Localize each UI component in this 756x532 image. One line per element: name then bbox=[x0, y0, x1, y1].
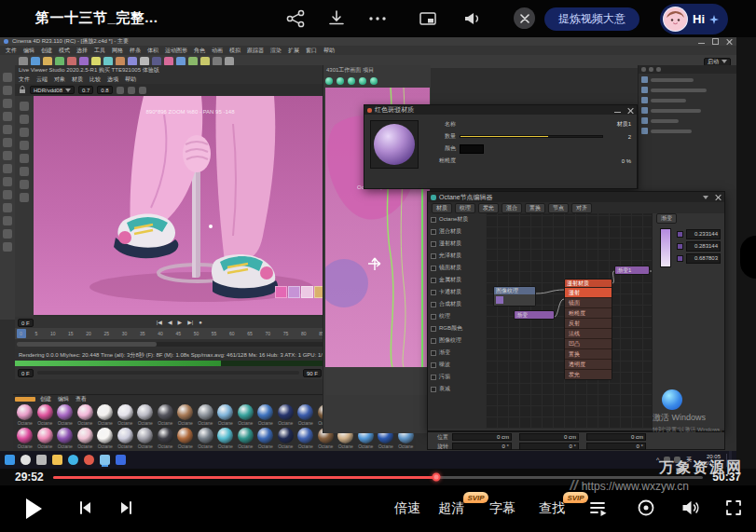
material-name: Octane bbox=[278, 420, 293, 426]
material-swatch: Octane bbox=[116, 404, 136, 426]
record-screen-icon[interactable] bbox=[636, 498, 656, 518]
material-sphere bbox=[37, 404, 53, 420]
materials-menu-item: 创建 bbox=[40, 395, 51, 403]
pip-icon[interactable] bbox=[417, 8, 439, 29]
checkbox bbox=[431, 278, 436, 283]
material-swatch: Octane bbox=[296, 428, 316, 449]
render-viewport: 890*896 ZOOM %80 - PAN 95 -148 bbox=[34, 96, 347, 315]
start-icon bbox=[5, 455, 15, 465]
c4d-application-frame: Cinema 4D R23.110 (RC) - [播放2.c4d *] - 主… bbox=[0, 37, 736, 469]
sparkle-icon bbox=[709, 15, 719, 24]
material-sphere bbox=[117, 404, 133, 420]
user-pill[interactable]: Hi bbox=[660, 4, 728, 34]
volume-icon[interactable] bbox=[680, 498, 700, 518]
material-sphere bbox=[17, 404, 33, 420]
material-sphere bbox=[297, 404, 313, 420]
lv-tool-icon bbox=[139, 87, 146, 94]
c4d-menu-item: 渲染 bbox=[270, 47, 282, 55]
video-surface[interactable]: Cinema 4D R23.110 (RC) - [播放2.c4d *] - 主… bbox=[0, 37, 756, 469]
seek-bar[interactable] bbox=[53, 476, 704, 479]
window-close-icon bbox=[726, 38, 733, 45]
player-topbar: 第一十三节_完整... 提炼视频大意 Hi bbox=[0, 0, 756, 37]
lv-tool-icon bbox=[117, 87, 124, 94]
live-viewer-title: Live Viewer Studio 2020.2.5-R1 购买 TTE921… bbox=[15, 65, 347, 75]
side-panel-handle[interactable] bbox=[740, 236, 756, 279]
node-list-label: RGB颜色 bbox=[439, 324, 462, 333]
value-field: 0.687803 bbox=[686, 253, 721, 264]
browser-logo-icon bbox=[662, 389, 682, 410]
material-property-row: 粗糙度0 % bbox=[424, 155, 631, 167]
node-list-item: 合成材质 bbox=[428, 298, 486, 310]
progress-knob[interactable] bbox=[433, 473, 441, 482]
palette-swatch bbox=[301, 286, 313, 298]
material-swatch: Octane bbox=[135, 404, 156, 426]
close-button[interactable] bbox=[514, 7, 535, 29]
object-label-bar bbox=[651, 78, 694, 82]
material-preview bbox=[370, 120, 419, 169]
avatar[interactable] bbox=[664, 7, 687, 31]
fullscreen-icon[interactable] bbox=[723, 498, 744, 518]
c4d-side-tool-icon bbox=[3, 73, 12, 82]
node-editor-tool: 置换 bbox=[525, 203, 545, 213]
timeline-scrollbar bbox=[15, 339, 347, 349]
playlist-icon[interactable] bbox=[587, 498, 608, 518]
node-gradient-2: 渐变1 bbox=[614, 266, 650, 275]
ruler-tick: 70 bbox=[266, 331, 271, 336]
checkbox bbox=[431, 375, 436, 380]
previous-button[interactable] bbox=[75, 498, 95, 518]
material-swatch: Octane bbox=[76, 428, 96, 449]
download-icon[interactable] bbox=[325, 8, 348, 29]
node-list-label: 镜面材质 bbox=[439, 264, 461, 272]
material-name: Octane bbox=[258, 420, 273, 426]
material-swatch: Octane bbox=[116, 428, 136, 449]
material-name: Octane bbox=[117, 420, 132, 426]
close-icon bbox=[520, 14, 529, 23]
transport-button: ◀ bbox=[168, 318, 172, 327]
coord-label: 旋转 bbox=[428, 443, 452, 451]
c4d-menu-item: 样条 bbox=[130, 47, 141, 55]
object-row bbox=[639, 75, 736, 85]
material-sphere bbox=[238, 404, 254, 420]
checkbox bbox=[431, 266, 436, 271]
lv-menu-item: 帮助 bbox=[125, 75, 136, 84]
node-editor-tool: 对齐 bbox=[571, 203, 592, 213]
quality-button[interactable]: 超清 bbox=[438, 498, 464, 517]
subtitle-button[interactable]: 字幕 bbox=[489, 498, 515, 517]
transport-button: |◀ bbox=[157, 318, 162, 327]
property-label: 颜色 bbox=[424, 144, 456, 153]
play-button[interactable] bbox=[26, 498, 42, 519]
material-sphere bbox=[217, 428, 233, 443]
octane-tool-icon bbox=[348, 77, 355, 85]
c4d-side-tool-icon bbox=[3, 242, 12, 252]
ruler-tick: 80 bbox=[301, 331, 307, 336]
activate-windows-watermark: 激活 Windows 转到"设置"以激活 Windows。 bbox=[653, 412, 725, 434]
ruler-tick: 25 bbox=[104, 331, 110, 336]
live-viewer-window: Live Viewer Studio 2020.2.5-R1 购买 TTE921… bbox=[15, 65, 347, 317]
megaphone-icon[interactable] bbox=[460, 8, 483, 29]
node-list-item: 镜面材质 bbox=[428, 262, 486, 274]
object-icon bbox=[641, 117, 648, 124]
next-button[interactable] bbox=[117, 498, 137, 518]
avatar-ring bbox=[663, 7, 688, 32]
node-list-label: 漫射材质 bbox=[439, 239, 461, 248]
summarize-button[interactable]: 提炼视频大意 bbox=[544, 7, 639, 31]
progress-fill bbox=[53, 476, 437, 479]
material-name: Octane bbox=[37, 420, 52, 426]
speed-button[interactable]: 倍速 bbox=[394, 498, 420, 517]
material-sphere bbox=[17, 428, 33, 443]
material-icon bbox=[367, 108, 372, 113]
share-icon[interactable] bbox=[284, 8, 307, 29]
total-duration: 50:37 bbox=[712, 471, 741, 484]
node-gradient: 渐变 bbox=[514, 310, 555, 320]
ruler-tick: 0 bbox=[20, 331, 22, 336]
node-list-item: 卡通材质 bbox=[428, 286, 486, 298]
material-swatch: Octane bbox=[255, 428, 276, 449]
lv-menu-item: 对象 bbox=[54, 75, 65, 84]
more-icon[interactable] bbox=[366, 8, 389, 29]
window-maximize-icon bbox=[712, 38, 719, 45]
value-field: 0 cm bbox=[519, 433, 579, 441]
search-in-video-button[interactable]: 查找 bbox=[539, 498, 565, 517]
material-swatch: Octane bbox=[35, 404, 56, 426]
hdr-select: HDR/vdd08 bbox=[30, 86, 75, 94]
ne-toolbar: 材质纹理发光混合置换节点对齐 bbox=[428, 202, 724, 213]
